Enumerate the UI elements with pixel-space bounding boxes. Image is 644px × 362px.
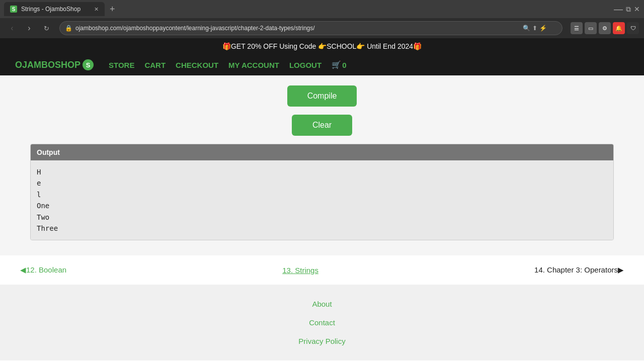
bookmarks-button[interactable]: ☰ (571, 22, 583, 34)
output-line: One (37, 200, 607, 211)
output-line: Two (37, 212, 607, 223)
browser-window: S Strings - OjamboShop ✕ + — ⧉ ✕ ‹ › ↻ 🔒… (0, 0, 644, 38)
clear-button[interactable]: Clear (292, 115, 352, 136)
prev-chapter-link[interactable]: ◀12. Boolean (20, 265, 66, 275)
cart-icon-symbol: 🛒 (332, 60, 341, 69)
my-account-link[interactable]: MY ACCOUNT (228, 61, 279, 69)
bottom-navigation: ◀12. Boolean 13. Strings 14. Chapter 3: … (0, 255, 644, 285)
output-line: l (37, 189, 607, 200)
search-address-icon: 🔍 (523, 25, 530, 32)
logout-link[interactable]: LOGOUT (289, 61, 321, 69)
close-button[interactable]: ✕ (634, 5, 640, 13)
minimize-button[interactable]: — (614, 4, 623, 15)
next-chapter-link[interactable]: 14. Chapter 3: Operators▶ (534, 265, 624, 275)
cart-icon[interactable]: 🛒 0 (332, 60, 346, 69)
promo-bar: 🎁GET 20% OFF Using Code 👉SCHOOL👉 Until E… (0, 38, 644, 54)
active-tab[interactable]: S Strings - OjamboShop ✕ (4, 2, 105, 16)
tab-bar: S Strings - OjamboShop ✕ + — ⧉ ✕ (0, 0, 644, 18)
url-text: ojamboshop.com/ojamboshoppaycontent/lear… (75, 25, 523, 32)
logo-s-icon: S (83, 59, 94, 70)
store-link[interactable]: STORE (109, 61, 134, 69)
browser-action-icons: ☰ ▭ ⚙ 🔔 🛡 (571, 22, 639, 34)
back-button[interactable]: ‹ (5, 21, 19, 35)
address-bar[interactable]: 🔒 ojamboshop.com/ojamboshoppaycontent/le… (59, 21, 562, 35)
output-line: H (37, 166, 607, 177)
contact-link[interactable]: Contact (309, 318, 335, 327)
browser-controls: ‹ › ↻ 🔒 ojamboshop.com/ojamboshoppaycont… (0, 18, 644, 38)
tab-close-button[interactable]: ✕ (94, 6, 99, 13)
current-chapter-link[interactable]: 13. Strings (282, 266, 318, 275)
cart-count: 0 (342, 61, 346, 69)
forward-button[interactable]: › (22, 21, 36, 35)
refresh-button[interactable]: ↻ (39, 21, 53, 35)
restore-button[interactable]: ⧉ (626, 5, 631, 14)
shield-extension-icon[interactable]: 🛡 (627, 22, 639, 34)
output-header: Output (31, 144, 613, 160)
about-link[interactable]: About (312, 300, 332, 308)
logo-link[interactable]: OJAMBOSHOP S (15, 59, 94, 70)
cart-link[interactable]: CART (144, 61, 166, 69)
extensions-button[interactable]: ⚙ (599, 22, 611, 34)
logo-text: OJAMBOSHOP (15, 60, 80, 70)
screen-cast-button[interactable]: ▭ (585, 22, 597, 34)
address-bar-icons: 🔍 ⬆ ⚡ (523, 25, 547, 32)
output-line: e (37, 177, 607, 189)
notification-icon[interactable]: 🔔 (613, 22, 625, 34)
rss-icon: ⚡ (539, 25, 547, 32)
nav-links: STORE CART CHECKOUT MY ACCOUNT LOGOUT 🛒 … (109, 60, 346, 69)
output-line: Three (37, 223, 607, 234)
new-tab-button[interactable]: + (107, 4, 118, 15)
nav-bar: OJAMBOSHOP S STORE CART CHECKOUT MY ACCO… (0, 54, 644, 75)
website: 🎁GET 20% OFF Using Code 👉SCHOOL👉 Until E… (0, 38, 644, 360)
output-body: HelOneTwoThree (31, 160, 613, 240)
tab-favicon: S (10, 6, 17, 13)
output-section: Output HelOneTwoThree (30, 144, 614, 240)
promo-text: 🎁GET 20% OFF Using Code 👉SCHOOL👉 Until E… (222, 42, 422, 50)
footer: About Contact Privacy Policy (0, 285, 644, 360)
secure-icon: 🔒 (65, 25, 72, 32)
main-content: Compile Clear Output HelOneTwoThree (0, 75, 644, 255)
share-icon: ⬆ (532, 25, 537, 32)
compile-button[interactable]: Compile (287, 85, 357, 107)
tab-title: Strings - OjamboShop (21, 6, 80, 13)
checkout-link[interactable]: CHECKOUT (176, 61, 218, 69)
privacy-policy-link[interactable]: Privacy Policy (298, 337, 345, 345)
